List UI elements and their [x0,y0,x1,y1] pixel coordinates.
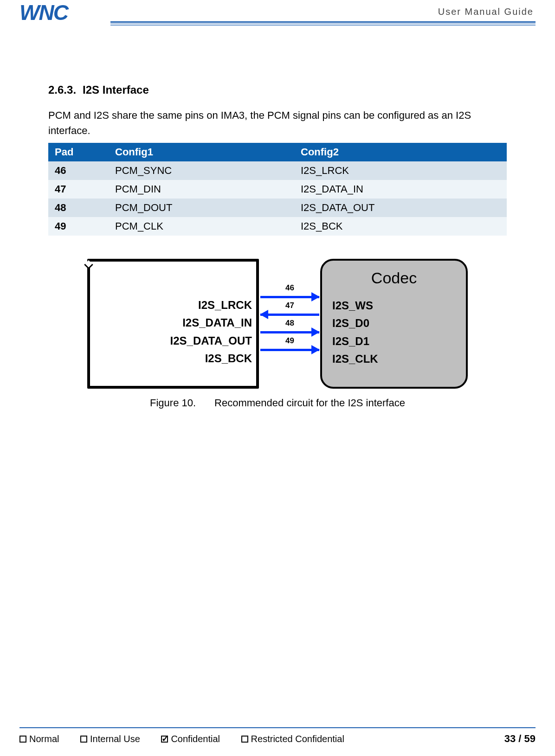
checkbox-icon [241,736,248,743]
wire: 49 [260,344,319,362]
figure-text: Recommended circuit for the I2S interfac… [214,397,405,409]
page-sep: / [516,733,524,744]
table-row: 46 PCM_SYNC I2S_LRCK [48,161,507,180]
section-title: I2S Interface [83,83,149,96]
intro-paragraph: PCM and I2S share the same pins on IMA3,… [48,108,507,138]
cell-c1: PCM_DOUT [109,199,294,217]
cell-c1: PCM_CLK [109,217,294,236]
page-footer: Normal Internal Use Confidential Restric… [19,727,536,745]
pin-number: 46 [285,283,294,293]
section-heading: 2.6.3.I2S Interface [48,83,507,96]
cell-pad: 48 [48,199,109,217]
chip-module: I2S_LRCK I2S_DATA_IN I2S_DATA_OUT I2S_BC… [87,259,259,389]
cell-c2: I2S_BCK [294,217,507,236]
pin-number: 47 [285,301,294,310]
th-config1: Config1 [109,143,294,161]
classification-label: Restricted Confidential [251,734,344,744]
section-number: 2.6.3. [48,83,76,96]
cell-pad: 47 [48,180,109,199]
table-row: 47 PCM_DIN I2S_DATA_IN [48,180,507,199]
header-divider [110,21,536,24]
page-number: 33 / 59 [504,733,536,745]
brand-logo: WNC [19,2,68,23]
pin-number: 49 [285,336,294,346]
signal-label: I2S_DATA_OUT [170,332,252,350]
figure-caption: Figure 10.Recommended circuit for the I2… [48,397,507,409]
arrow-right-icon [311,292,320,301]
pin-config-table: Pad Config1 Config2 46 PCM_SYNC I2S_LRCK… [48,143,507,236]
arrow-right-icon [311,345,320,354]
classification-label: Internal Use [90,734,140,744]
i2s-circuit-diagram: I2S_LRCK I2S_DATA_IN I2S_DATA_OUT I2S_BC… [87,256,468,391]
pin-number: 48 [285,319,294,328]
classification-label: Normal [29,734,59,744]
checkbox-checked-icon [161,736,168,743]
signal-label: I2S_BCK [170,350,252,367]
page-total: 59 [524,733,536,744]
checkbox-icon [19,736,26,743]
signal-label: I2S_D0 [332,314,378,332]
arrow-right-icon [311,327,320,337]
classification-option: Internal Use [80,734,149,744]
page-content: 2.6.3.I2S Interface PCM and I2S share th… [48,83,507,409]
th-pad: Pad [48,143,109,161]
cell-pad: 46 [48,161,109,180]
codec-title: Codec [322,269,466,287]
classification-label: Confidential [171,734,220,744]
signal-label: I2S_DATA_IN [170,314,252,332]
cell-c2: I2S_LRCK [294,161,507,180]
classification-option: Restricted Confidential [241,734,354,744]
chip-notch-icon [79,251,98,269]
th-config2: Config2 [294,143,507,161]
cell-c1: PCM_DIN [109,180,294,199]
cell-c2: I2S_DATA_IN [294,180,507,199]
figure-wrap: I2S_LRCK I2S_DATA_IN I2S_DATA_OUT I2S_BC… [48,256,507,409]
cell-c2: I2S_DATA_OUT [294,199,507,217]
figure-number: Figure 10. [150,397,196,409]
signal-label: I2S_D1 [332,333,378,350]
page-current: 33 [504,733,516,744]
table-row: 49 PCM_CLK I2S_BCK [48,217,507,236]
cell-pad: 49 [48,217,109,236]
signal-label: I2S_WS [332,297,378,314]
classification-option: Confidential [161,734,229,744]
signal-label: I2S_CLK [332,350,378,368]
cell-c1: PCM_SYNC [109,161,294,180]
classification-option: Normal [19,734,68,744]
table-row: 48 PCM_DOUT I2S_DATA_OUT [48,199,507,217]
arrow-left-icon [260,310,268,319]
doc-title: User Manual Guide [438,6,534,17]
footer-divider [19,727,536,729]
classification-list: Normal Internal Use Confidential Restric… [19,734,363,744]
page-header: WNC User Manual Guide [19,6,536,28]
signal-wires: 46 47 48 49 [260,291,319,362]
codec-block: Codec I2S_WS I2S_D0 I2S_D1 I2S_CLK [320,259,468,389]
signal-label: I2S_LRCK [170,296,252,314]
checkbox-icon [80,736,87,743]
